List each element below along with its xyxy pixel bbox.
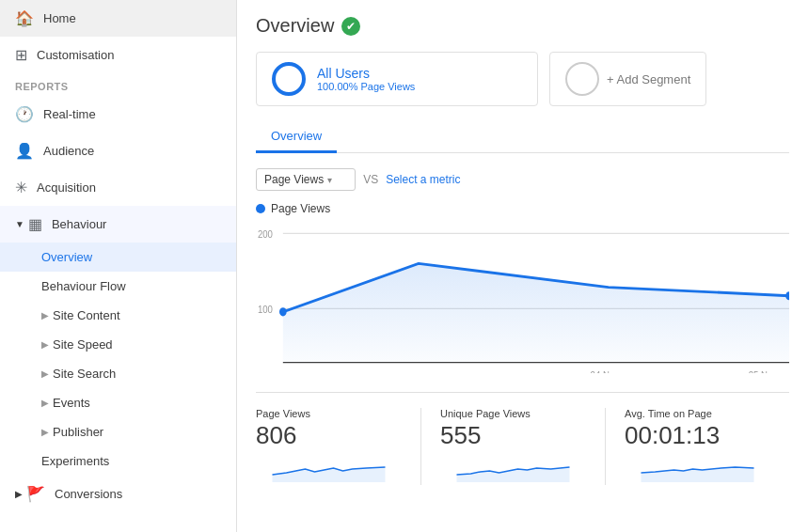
overview-label: Overview bbox=[41, 250, 92, 264]
sparkline-unique-page-views bbox=[440, 454, 586, 482]
all-users-segment[interactable]: All Users 100.00% Page Views bbox=[256, 52, 538, 106]
primary-metric-label: Page Views bbox=[264, 173, 324, 186]
sidebar-label-behaviour: Behaviour bbox=[52, 217, 107, 231]
stat-page-views: Page Views 806 bbox=[256, 408, 421, 485]
select-metric-link[interactable]: Select a metric bbox=[386, 173, 460, 186]
sidebar-item-behaviour[interactable]: ▼ ▦ Behaviour bbox=[0, 206, 236, 243]
stat-avg-time-on-page: Avg. Time on Page 00:01:13 bbox=[625, 408, 789, 485]
svg-text:200: 200 bbox=[258, 227, 273, 240]
reports-section-label: REPORTS bbox=[0, 73, 236, 96]
acquisition-icon: ✳ bbox=[15, 179, 27, 196]
page-header: Overview ✔ bbox=[256, 15, 789, 37]
sidebar-label-realtime: Real-time bbox=[43, 107, 96, 121]
line-chart: 200 100 ... 24 Nov 25 Nov bbox=[256, 223, 789, 373]
experiments-label: Experiments bbox=[41, 454, 109, 468]
site-content-label: Site Content bbox=[53, 308, 120, 322]
dropdown-arrow-icon: ▾ bbox=[327, 175, 332, 185]
stats-row: Page Views 806 Unique Page Views 555 Avg… bbox=[256, 392, 789, 485]
svg-text:25 Nov: 25 Nov bbox=[749, 368, 778, 373]
sidebar-item-overview[interactable]: Overview bbox=[0, 243, 236, 272]
publisher-label: Publisher bbox=[53, 425, 103, 439]
sidebar-label-home: Home bbox=[43, 11, 76, 25]
vs-label: VS bbox=[363, 173, 378, 186]
verified-icon: ✔ bbox=[341, 17, 360, 36]
stat-unique-page-views: Unique Page Views 555 bbox=[440, 408, 606, 485]
add-segment-circle bbox=[565, 62, 599, 96]
chart-container: 200 100 ... 24 Nov 25 Nov bbox=[256, 223, 789, 373]
sidebar-label-acquisition: Acquisition bbox=[37, 180, 96, 195]
site-search-label: Site Search bbox=[53, 367, 116, 381]
segment-circle bbox=[272, 62, 306, 96]
add-segment-button[interactable]: + Add Segment bbox=[549, 52, 706, 106]
legend-dot bbox=[256, 204, 265, 213]
sidebar-item-site-search[interactable]: ▶ Site Search bbox=[0, 359, 236, 388]
site-speed-label: Site Speed bbox=[53, 337, 113, 352]
events-label: Events bbox=[53, 396, 90, 410]
behaviour-flow-label: Behaviour Flow bbox=[41, 279, 126, 293]
sidebar-label-audience: Audience bbox=[43, 144, 94, 158]
sidebar-item-audience[interactable]: 👤 Audience bbox=[0, 133, 236, 169]
sidebar: 🏠 Home ⊞ Customisation REPORTS 🕐 Real-ti… bbox=[0, 0, 237, 532]
sidebar-item-publisher[interactable]: ▶ Publisher bbox=[0, 417, 236, 446]
stat-value-page-views: 806 bbox=[256, 421, 402, 450]
sidebar-item-customisation[interactable]: ⊞ Customisation bbox=[0, 37, 236, 73]
sidebar-item-site-speed[interactable]: ▶ Site Speed bbox=[0, 330, 236, 359]
primary-metric-dropdown[interactable]: Page Views ▾ bbox=[256, 168, 356, 191]
sidebar-item-realtime[interactable]: 🕐 Real-time bbox=[0, 96, 236, 133]
segment-sub: 100.00% Page Views bbox=[317, 81, 415, 92]
svg-point-6 bbox=[279, 307, 287, 316]
segment-info: All Users 100.00% Page Views bbox=[317, 66, 415, 92]
segment-row: All Users 100.00% Page Views + Add Segme… bbox=[256, 52, 789, 106]
segment-name: All Users bbox=[317, 66, 415, 81]
arrow-right-icon: ▶ bbox=[41, 310, 49, 321]
chevron-right-icon: ▶ bbox=[15, 489, 23, 499]
sidebar-label-conversions: Conversions bbox=[55, 487, 122, 501]
page-title: Overview bbox=[256, 15, 334, 37]
stat-label-unique-page-views: Unique Page Views bbox=[440, 408, 586, 419]
sidebar-item-behaviour-flow[interactable]: Behaviour Flow bbox=[0, 272, 236, 301]
sparkline-page-views bbox=[256, 454, 402, 482]
flag-icon: 🚩 bbox=[26, 485, 45, 503]
main-content: Overview ✔ All Users 100.00% Page Views … bbox=[237, 0, 808, 532]
person-icon: 👤 bbox=[15, 142, 34, 160]
sidebar-item-experiments[interactable]: Experiments bbox=[0, 446, 236, 476]
sparkline-avg-time bbox=[625, 454, 770, 482]
tab-overview[interactable]: Overview bbox=[256, 121, 337, 153]
behaviour-icon: ▦ bbox=[28, 215, 42, 233]
stat-value-avg-time: 00:01:13 bbox=[625, 421, 770, 450]
home-icon: 🏠 bbox=[15, 9, 34, 27]
sidebar-item-site-content[interactable]: ▶ Site Content bbox=[0, 301, 236, 330]
stat-label-avg-time: Avg. Time on Page bbox=[625, 408, 770, 419]
clock-icon: 🕐 bbox=[15, 105, 34, 123]
svg-marker-11 bbox=[273, 467, 386, 482]
tabs: Overview bbox=[256, 121, 789, 153]
sidebar-item-home[interactable]: 🏠 Home bbox=[0, 0, 236, 37]
legend-label: Page Views bbox=[271, 202, 330, 215]
svg-text:24 Nov: 24 Nov bbox=[591, 368, 620, 373]
sidebar-item-events[interactable]: ▶ Events bbox=[0, 388, 236, 417]
add-segment-label: + Add Segment bbox=[607, 72, 690, 86]
arrow-right-icon-5: ▶ bbox=[41, 427, 49, 437]
stat-value-unique-page-views: 555 bbox=[440, 421, 586, 450]
grid-icon: ⊞ bbox=[15, 46, 27, 64]
sidebar-item-acquisition[interactable]: ✳ Acquisition bbox=[0, 169, 236, 206]
sidebar-label-customisation: Customisation bbox=[37, 48, 114, 62]
sidebar-item-conversions[interactable]: ▶ 🚩 Conversions bbox=[0, 476, 236, 512]
arrow-right-icon-4: ▶ bbox=[41, 398, 49, 408]
metrics-row: Page Views ▾ VS Select a metric bbox=[256, 168, 789, 191]
arrow-right-icon-3: ▶ bbox=[41, 368, 49, 379]
arrow-right-icon-2: ▶ bbox=[41, 339, 49, 350]
stat-label-page-views: Page Views bbox=[256, 408, 402, 419]
chevron-down-icon: ▼ bbox=[15, 219, 24, 229]
svg-text:100: 100 bbox=[258, 303, 273, 315]
svg-text:...: ... bbox=[281, 368, 289, 373]
legend-row: Page Views bbox=[256, 202, 789, 215]
